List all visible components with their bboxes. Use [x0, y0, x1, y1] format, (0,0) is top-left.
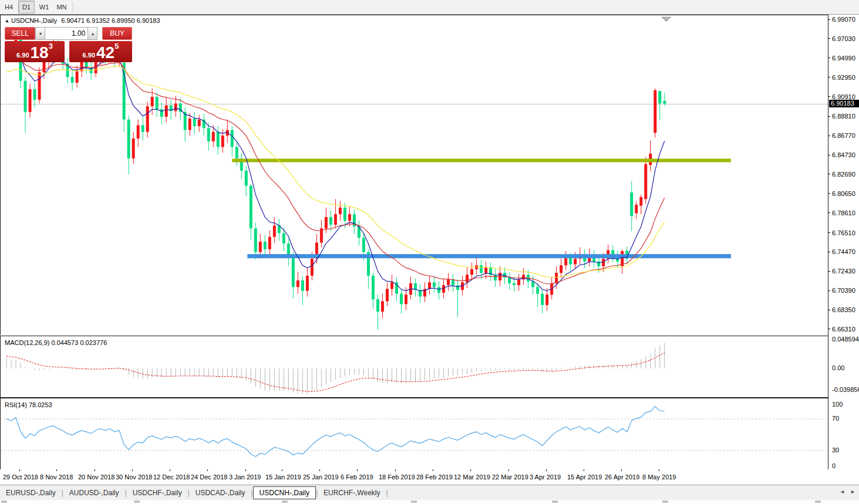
date-label: 25 Jan 2019 — [303, 473, 339, 481]
date-label: 12 Mar 2019 — [454, 473, 490, 481]
clipped-bottom-row — [0, 500, 859, 504]
candle-body — [555, 273, 558, 283]
volume-input[interactable] — [45, 27, 87, 40]
chart-tab-usdcnh[interactable]: USDCNH-,Daily — [253, 486, 316, 499]
ma-slow-line — [6, 66, 665, 277]
price-tick-label: 6.84730 — [832, 151, 855, 158]
rsi-pane[interactable] — [0, 398, 828, 471]
date-tick — [319, 469, 320, 471]
rsi-axis-label: 30 — [832, 447, 839, 454]
tab-scroll-right-button[interactable]: ► — [850, 489, 855, 495]
chart-tab-usdchf[interactable]: USDCHF-,Daily — [127, 487, 188, 499]
candle-body — [76, 72, 79, 83]
candle-body — [437, 287, 440, 293]
clipped-row-fragment — [282, 500, 288, 503]
timeframe-h4-button[interactable]: H4 — [1, 1, 17, 13]
candle-body — [268, 237, 271, 249]
timeframe-w1-button[interactable]: W1 — [36, 1, 52, 13]
candle-body — [329, 217, 332, 225]
candle-body — [470, 269, 473, 275]
candle-body — [376, 299, 379, 312]
date-tick — [207, 469, 208, 471]
candle-body — [193, 119, 196, 126]
volume-increase-button[interactable]: ▲ — [87, 27, 97, 40]
macd-axis-label: 0.048594 — [832, 336, 859, 343]
date-tick — [584, 469, 584, 471]
candle-body — [381, 301, 384, 312]
date-label: 26 Apr 2019 — [605, 473, 639, 481]
candle-body — [325, 217, 328, 228]
price-tick-label: 6.70390 — [832, 287, 855, 294]
price-tick — [828, 77, 830, 77]
candle-body — [231, 130, 234, 147]
candle-body — [569, 258, 572, 264]
candle-body — [466, 275, 469, 282]
clipped-row-fragment — [662, 500, 668, 503]
sell-price-panel[interactable]: 6.90 18 3 — [5, 41, 65, 62]
buy-price-big: 42 — [96, 45, 114, 61]
price-tick — [828, 232, 830, 233]
candle-body — [644, 164, 647, 199]
candle-body — [428, 282, 431, 289]
scroll-to-end-marker[interactable] — [662, 17, 671, 21]
panel-collapse-icon[interactable]: ▲ — [5, 18, 9, 23]
candle-body — [653, 90, 656, 133]
hline-resistance[interactable] — [232, 158, 731, 162]
clipped-row-fragment — [552, 500, 558, 503]
one-click-trading-widget: SELL ▼ ▲ BUY 6.90 18 3 6.90 42 5 — [5, 27, 132, 62]
candle-body — [43, 62, 46, 72]
price-tick-label: 6.86770 — [832, 132, 855, 139]
candle-body — [254, 228, 257, 252]
date-label: 3 Apr 2019 — [530, 473, 561, 481]
date-tick — [132, 469, 133, 471]
price-chart-pane[interactable] — [0, 15, 828, 335]
chart-tab-eurchf[interactable]: EURCHF-,Weekly — [318, 487, 386, 499]
timeframe-mn-button[interactable]: MN — [53, 1, 70, 13]
price-tick — [828, 310, 830, 310]
candle-body — [372, 276, 375, 299]
candle-body — [212, 132, 215, 141]
candle-body — [235, 147, 238, 158]
candle-body — [508, 278, 511, 283]
chart-tab-audusd[interactable]: AUDUSD-,Daily — [63, 487, 125, 499]
price-tick — [828, 57, 830, 58]
price-tick-label: 6.66310 — [832, 326, 855, 333]
candle-body — [400, 294, 403, 305]
candle-body — [390, 282, 393, 289]
volume-decrease-button[interactable]: ▼ — [35, 27, 45, 40]
date-tick — [546, 469, 547, 471]
macd-label: MACD(12,26,9) 0.044573 0.023776 — [5, 339, 107, 346]
candle-body — [405, 295, 407, 304]
candle-body — [635, 205, 638, 214]
date-axis[interactable]: 29 Oct 20188 Nov 201820 Nov 201830 Nov 2… — [0, 469, 859, 485]
price-tick — [828, 212, 830, 213]
date-label: 18 Feb 2019 — [379, 473, 415, 481]
tab-scroll-left-button[interactable]: ◄ — [840, 489, 845, 495]
date-tick — [19, 469, 20, 471]
buy-button[interactable]: BUY — [102, 27, 132, 40]
candle-body — [259, 242, 262, 252]
candle-body — [250, 186, 252, 229]
price-tick — [828, 155, 830, 155]
price-tick — [828, 252, 830, 252]
rsi-axis-label: 100 — [832, 401, 843, 408]
sell-price-big: 18 — [31, 45, 49, 61]
date-tick — [659, 469, 659, 471]
candle-body — [217, 132, 220, 147]
price-tick-label: 6.78610 — [832, 209, 855, 217]
chart-tab-usdcad[interactable]: USDCAD-,Daily — [190, 487, 251, 499]
candle-body — [574, 259, 577, 265]
sell-button[interactable]: SELL — [5, 27, 35, 40]
macd-axis-label: 0.00 — [832, 364, 844, 371]
buy-price-panel[interactable]: 6.90 42 5 — [69, 41, 132, 62]
price-tick-label: 6.82690 — [832, 171, 855, 178]
macd-pane[interactable] — [0, 336, 828, 398]
price-tick — [828, 290, 830, 291]
candle-body — [456, 285, 459, 290]
macd-axis-label: -0.039856 — [832, 386, 859, 393]
date-tick — [282, 469, 282, 471]
chart-tab-eurusd[interactable]: EURUSD-,Daily — [0, 487, 62, 499]
price-axis[interactable]: 6.990706.970306.949906.929506.909106.888… — [828, 15, 859, 469]
timeframe-d1-button[interactable]: D1 — [18, 1, 35, 13]
clipped-row-fragment — [411, 500, 417, 503]
